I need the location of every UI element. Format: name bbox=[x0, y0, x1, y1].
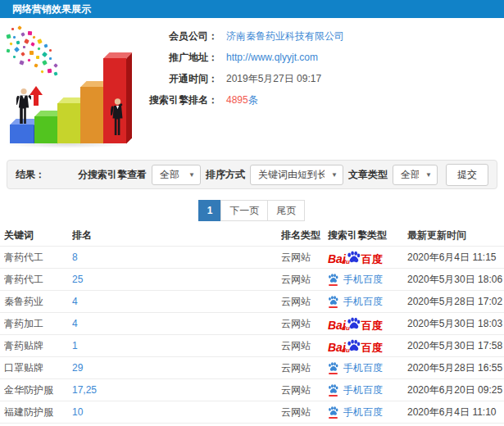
column-header: 关键词 bbox=[4, 229, 72, 242]
rank-value-link[interactable]: 4 bbox=[72, 296, 78, 307]
rank-cell: 29 bbox=[72, 362, 281, 374]
baidu-paw-icon bbox=[328, 406, 338, 416]
chevron-down-icon: ▼ bbox=[188, 171, 195, 179]
rank-cell: 25 bbox=[72, 274, 281, 285]
rank-value-link[interactable]: 17,25 bbox=[72, 384, 97, 396]
company-label: 会员公司： bbox=[146, 29, 218, 43]
rank-cell: 1 bbox=[72, 340, 281, 351]
table-body: 膏药代工 8 云网站 Baidu百度 2020年6月4日 11:15 膏药代工 … bbox=[0, 246, 504, 426]
engine-type-cell: 手机百度 bbox=[328, 406, 407, 419]
rank-cell: 17,25 bbox=[72, 384, 281, 396]
baidu-pc-logo: Baidu百度 bbox=[328, 339, 383, 353]
next-page-button[interactable]: 下一页 bbox=[220, 200, 268, 221]
submit-button[interactable]: 提交 bbox=[446, 164, 488, 186]
updated-time-cell: 2020年5月30日 18:03 bbox=[407, 317, 504, 331]
last-page-button[interactable]: 尾页 bbox=[267, 200, 305, 221]
baidu-paw-underline bbox=[329, 395, 338, 397]
mobile-baidu-label: 手机百度 bbox=[343, 406, 383, 419]
open-time-label: 开通时间： bbox=[146, 72, 218, 86]
table-row: 口罩贴牌 29 云网站 手机百度 2020年5月28日 16:55 bbox=[0, 356, 504, 378]
keyword-cell: 金华防护服 bbox=[4, 383, 72, 397]
updated-time-cell: 2020年5月28日 17:02 bbox=[407, 295, 504, 309]
keyword-cell: 膏药贴牌 bbox=[4, 339, 72, 353]
businessman-figure-right bbox=[111, 97, 125, 137]
member-info-section: 会员公司： 济南秦鲁药业科技有限公司 推广地址： http://www.qlyy… bbox=[0, 18, 504, 152]
rank-count-value: 4895 bbox=[226, 94, 248, 106]
mobile-baidu-label: 手机百度 bbox=[343, 273, 383, 287]
table-row: 手机百度 bbox=[0, 423, 504, 426]
rank-type-cell: 云网站 bbox=[281, 251, 328, 265]
engine-select-value: 全部 bbox=[160, 168, 182, 182]
window-titlebar: 网络营销效果展示 bbox=[0, 0, 504, 18]
rank-count-label: 搜索引擎排名： bbox=[146, 93, 218, 107]
page-1-button[interactable]: 1 bbox=[198, 200, 222, 221]
engine-type-cell: Baidu百度 bbox=[328, 251, 407, 265]
promo-url-link[interactable]: http://www.qlyyjt.com bbox=[226, 52, 318, 63]
rank-type-cell: 云网站 bbox=[281, 273, 328, 287]
promo-url-row: 推广地址： http://www.qlyyjt.com bbox=[146, 51, 344, 65]
baidu-paw-icon bbox=[328, 296, 338, 306]
table-row: 膏药代工 25 云网站 手机百度 2020年5月30日 18:06 bbox=[0, 268, 504, 290]
growth-chart-illustration bbox=[0, 23, 146, 150]
table-row: 福建防护服 10 云网站 手机百度 2020年6月4日 11:10 bbox=[0, 401, 504, 423]
baidu-paw-underline bbox=[329, 417, 338, 419]
promo-url-label: 推广地址： bbox=[146, 51, 218, 65]
baidu-paw-icon bbox=[328, 274, 338, 283]
rank-value-link[interactable]: 1 bbox=[72, 340, 78, 351]
rank-value-link[interactable]: 8 bbox=[72, 252, 78, 263]
updated-time-cell: 2020年5月30日 18:06 bbox=[407, 273, 504, 287]
article-type-label: 文章类型 bbox=[348, 168, 388, 182]
mobile-baidu-badge: 手机百度 bbox=[328, 406, 383, 419]
company-row: 会员公司： 济南秦鲁药业科技有限公司 bbox=[146, 29, 344, 43]
table-row: 秦鲁药业 4 云网站 手机百度 2020年5月28日 17:02 bbox=[0, 290, 504, 312]
results-filter-bar: 结果： 分搜索引擎查看 全部 ▼ 排序方式 关键词由短到长排序 ▼ 文章类型 全… bbox=[7, 160, 497, 189]
rank-cell: 4 bbox=[72, 296, 281, 307]
sort-select-value: 关键词由短到长排序 bbox=[258, 168, 325, 182]
illustration-bar-blue bbox=[10, 125, 34, 143]
filter-controls: 分搜索引擎查看 全部 ▼ 排序方式 关键词由短到长排序 ▼ 文章类型 全部 ▼ … bbox=[78, 164, 488, 186]
sort-filter-label: 排序方式 bbox=[206, 168, 245, 182]
baidu-paw-underline bbox=[329, 373, 338, 374]
sort-select[interactable]: 关键词由短到长排序 ▼ bbox=[250, 165, 343, 185]
mobile-baidu-label: 手机百度 bbox=[343, 383, 383, 397]
rank-count-unit: 条 bbox=[248, 94, 258, 106]
mobile-baidu-badge: 手机百度 bbox=[328, 383, 383, 397]
keyword-ranking-table: 关键词排名排名类型搜索引擎类型最新更新时间 膏药代工 8 云网站 Baidu百度… bbox=[0, 224, 504, 426]
engine-select[interactable]: 全部 ▼ bbox=[152, 165, 201, 185]
rank-cell: 4 bbox=[72, 318, 281, 329]
rank-value-link[interactable]: 29 bbox=[72, 362, 83, 374]
engine-type-cell: 手机百度 bbox=[328, 273, 407, 287]
illustration-bar-orange bbox=[80, 87, 103, 143]
mobile-baidu-badge: 手机百度 bbox=[328, 273, 383, 287]
rank-cell: 8 bbox=[72, 252, 281, 263]
open-time-row: 开通时间： 2019年5月27日 09:17 bbox=[146, 72, 344, 86]
article-type-select[interactable]: 全部 ▼ bbox=[393, 165, 438, 185]
rank-value-link[interactable]: 4 bbox=[72, 318, 78, 329]
engine-type-cell: Baidu百度 bbox=[328, 317, 407, 331]
illustration-bar-yellow bbox=[57, 103, 80, 143]
column-header: 最新更新时间 bbox=[407, 229, 504, 242]
engine-filter-label: 分搜索引擎查看 bbox=[78, 168, 147, 182]
baidu-paw-icon bbox=[328, 362, 338, 372]
company-link[interactable]: 济南秦鲁药业科技有限公司 bbox=[226, 30, 344, 42]
updated-time-cell: 2020年5月28日 16:55 bbox=[407, 361, 504, 375]
table-row: 金华防护服 17,25 云网站 手机百度 2020年6月20日 09:25 bbox=[0, 378, 504, 401]
engine-type-cell: 手机百度 bbox=[328, 295, 407, 309]
updated-time-cell: 2020年6月20日 09:25 bbox=[407, 383, 504, 397]
engine-type-cell: Baidu百度 bbox=[328, 339, 407, 353]
red-up-arrow-icon bbox=[30, 86, 43, 106]
mobile-baidu-label: 手机百度 bbox=[343, 295, 383, 309]
updated-time-cell: 2020年5月30日 17:58 bbox=[407, 339, 504, 353]
chevron-down-icon: ▼ bbox=[331, 171, 338, 179]
illustration-bar-green bbox=[34, 116, 57, 143]
open-time-value: 2019年5月27日 09:17 bbox=[226, 72, 321, 86]
table-row: 膏药加工 4 云网站 Baidu百度 2020年5月30日 18:03 bbox=[0, 312, 504, 334]
article-type-select-value: 全部 bbox=[401, 168, 419, 182]
rank-type-cell: 云网站 bbox=[281, 406, 328, 419]
engine-type-cell: 手机百度 bbox=[328, 361, 407, 375]
keyword-cell: 膏药代工 bbox=[4, 251, 72, 265]
rank-type-cell: 云网站 bbox=[281, 361, 328, 375]
rank-type-cell: 云网站 bbox=[281, 383, 328, 397]
rank-value-link[interactable]: 25 bbox=[72, 274, 83, 285]
rank-value-link[interactable]: 10 bbox=[72, 406, 83, 418]
